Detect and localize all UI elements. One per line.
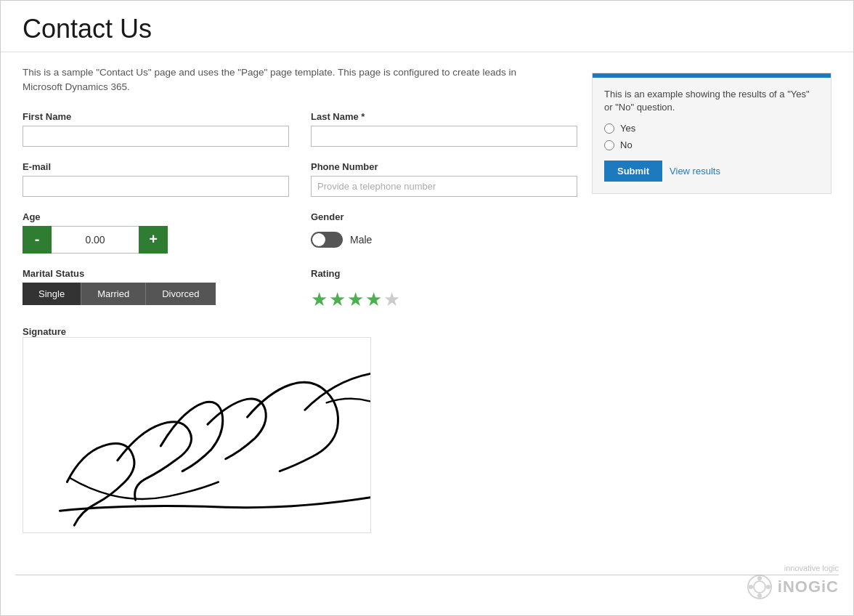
- svg-point-1: [754, 581, 765, 593]
- poll-radio-yes[interactable]: [604, 123, 614, 134]
- signature-section: Signature: [23, 325, 577, 533]
- phone-label: Phone Number: [311, 161, 577, 172]
- poll-yes-label: Yes: [620, 123, 635, 134]
- marital-rating-row: Marital Status Single Married Divorced R…: [23, 268, 577, 311]
- first-name-input[interactable]: [23, 126, 289, 147]
- poll-option-yes: Yes: [604, 123, 819, 134]
- last-name-label: Last Name *: [311, 111, 577, 122]
- marital-group: Marital Status Single Married Divorced: [23, 268, 289, 311]
- svg-point-4: [749, 585, 753, 589]
- gender-label-text: Male: [350, 234, 372, 246]
- marital-married-button[interactable]: Married: [81, 283, 146, 305]
- poll-widget: This is an example showing the results o…: [592, 73, 831, 194]
- star-2[interactable]: ★: [329, 288, 346, 311]
- poll-radio-no[interactable]: [604, 140, 614, 150]
- marital-single-button[interactable]: Single: [23, 283, 81, 305]
- page-bottom-divider: [15, 575, 839, 575]
- rating-stars: ★ ★ ★ ★ ★: [311, 288, 577, 311]
- gender-label: Gender: [311, 211, 577, 222]
- signature-label: Signature: [23, 326, 66, 337]
- email-group: E-mail: [23, 161, 289, 197]
- email-input[interactable]: [23, 176, 289, 197]
- page-description: This is a sample "Contact Us" page and u…: [23, 65, 545, 95]
- poll-view-results-button[interactable]: View results: [670, 166, 720, 177]
- age-gender-row: Age - 0.00 + Gender Male: [23, 211, 577, 254]
- last-name-group: Last Name *: [311, 111, 577, 147]
- gender-toggle[interactable]: [311, 232, 343, 248]
- phone-group: Phone Number: [311, 161, 577, 197]
- poll-submit-button[interactable]: Submit: [604, 161, 662, 182]
- poll-actions: Submit View results: [604, 161, 819, 182]
- svg-point-3: [757, 593, 762, 598]
- phone-input[interactable]: [311, 176, 577, 197]
- form-section: This is a sample "Contact Us" page and u…: [23, 65, 577, 533]
- toggle-slider: [311, 232, 343, 248]
- poll-description: This is an example showing the results o…: [604, 88, 819, 114]
- footer-brand-text: iNOGiC: [778, 578, 839, 596]
- gender-toggle-wrapper: Male: [311, 232, 577, 248]
- svg-point-5: [766, 585, 770, 589]
- marital-buttons: Single Married Divorced: [23, 283, 289, 305]
- gender-group: Gender Male: [311, 211, 577, 254]
- signature-canvas[interactable]: [23, 337, 371, 533]
- page-title: Contact Us: [23, 14, 831, 44]
- poll-no-label: No: [620, 139, 633, 150]
- footer-logo: innovative logic iNOGiC: [746, 564, 839, 601]
- rating-group: Rating ★ ★ ★ ★ ★: [311, 268, 577, 311]
- marital-divorced-button[interactable]: Divorced: [146, 283, 215, 305]
- star-3[interactable]: ★: [347, 288, 364, 311]
- footer-logo-row: iNOGiC: [746, 573, 839, 601]
- first-name-group: First Name: [23, 111, 289, 147]
- age-increment-button[interactable]: +: [139, 226, 168, 254]
- contact-row: E-mail Phone Number: [23, 161, 577, 197]
- content-area: This is a sample "Contact Us" page and u…: [1, 52, 853, 546]
- name-row: First Name Last Name *: [23, 111, 577, 147]
- star-5[interactable]: ★: [383, 288, 400, 311]
- age-label: Age: [23, 211, 289, 222]
- age-value: 0.00: [52, 226, 139, 254]
- star-4[interactable]: ★: [365, 288, 382, 311]
- marital-label: Marital Status: [23, 268, 289, 279]
- inogic-logo-icon: [746, 573, 773, 601]
- poll-option-no: No: [604, 139, 819, 150]
- last-name-input[interactable]: [311, 126, 577, 147]
- footer-tagline: innovative logic: [784, 564, 839, 573]
- page-header: Contact Us: [1, 1, 853, 52]
- age-stepper: - 0.00 +: [23, 226, 289, 254]
- svg-point-2: [757, 576, 762, 580]
- age-group: Age - 0.00 +: [23, 211, 289, 254]
- star-1[interactable]: ★: [311, 288, 328, 311]
- age-decrement-button[interactable]: -: [23, 226, 52, 254]
- rating-label: Rating: [311, 268, 577, 279]
- first-name-label: First Name: [23, 111, 289, 122]
- email-label: E-mail: [23, 161, 289, 172]
- poll-content: This is an example showing the results o…: [593, 78, 831, 193]
- signature-svg: [23, 338, 370, 532]
- page-wrapper: Contact Us This is a sample "Contact Us"…: [0, 0, 854, 616]
